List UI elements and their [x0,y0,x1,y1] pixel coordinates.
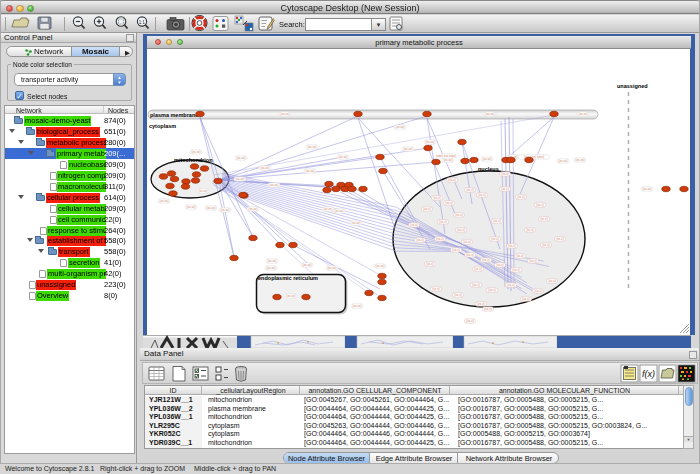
svg-text:unassigned: unassigned [617,83,648,89]
svg-text:(xx-xx): (xx-xx) [270,183,279,187]
svg-text:(xx-x): (xx-x) [426,262,434,266]
svg-text:(xx-x): (xx-x) [466,253,474,257]
svg-text:endoplasmic reticulum: endoplasmic reticulum [258,275,318,281]
svg-text:(xx-x): (xx-x) [512,268,520,272]
svg-text:(xx-xx): (xx-xx) [643,187,652,191]
svg-text:(xx-x): (xx-x) [556,237,564,241]
svg-text:(xx-x): (xx-x) [526,228,534,232]
svg-text:(xx-xx): (xx-xx) [444,158,453,162]
svg-text:(xx-x): (xx-x) [410,223,418,227]
svg-text:(xx-x): (xx-x) [507,283,515,287]
svg-text:(xx-x): (xx-x) [432,287,440,291]
svg-text:(xx-xx): (xx-xx) [306,169,315,173]
svg-text:(xx-x): (xx-x) [455,213,463,217]
svg-text:(xx-x): (xx-x) [466,188,474,192]
svg-text:(xx-xx): (xx-xx) [396,125,405,129]
svg-text:(xx-x): (xx-x) [540,217,548,221]
svg-text:plasma membrane: plasma membrane [150,112,198,118]
svg-text:(xx-xx): (xx-xx) [426,140,435,144]
svg-text:(xx-x): (xx-x) [448,178,456,182]
svg-text:(xx-x): (xx-x) [482,258,490,262]
svg-text:(xx-x): (xx-x) [445,201,453,205]
svg-text:(xx-xx): (xx-xx) [207,206,216,210]
svg-text:(xxxx xxx xxxx): (xxxx xxx xxxx) [436,154,456,158]
svg-text:(xx-xx): (xx-xx) [267,266,276,270]
svg-text:(xx-x): (xx-x) [542,243,550,247]
svg-text:(xx-xx): (xx-xx) [308,145,317,149]
svg-text:(xx-x): (xx-x) [477,302,485,306]
svg-text:f(x): f(x) [642,369,655,379]
svg-text:(xx-x): (xx-x) [478,193,486,197]
svg-text:(xx-xx): (xx-xx) [261,166,270,170]
svg-text:(xx-x): (xx-x) [516,254,524,258]
svg-text:(xx-x): (xx-x) [529,259,537,263]
svg-text:(xx-x): (xx-x) [436,237,444,241]
svg-text:(xx-xx): (xx-xx) [199,189,208,193]
svg-text:(xx-x): (xx-x) [508,244,516,248]
svg-text:(xx-xx): (xx-xx) [324,207,333,211]
svg-text:(xx-x): (xx-x) [501,187,509,191]
svg-text:(xx-x): (xx-x) [433,196,441,200]
svg-text:(xx-xx): (xx-xx) [576,158,585,162]
svg-text:(xx-x): (xx-x) [466,319,474,323]
svg-text:(xx-xx): (xx-xx) [579,112,588,116]
svg-text:(xx-x): (xx-x) [474,267,482,271]
svg-text:(xx-xx): (xx-xx) [287,294,296,298]
svg-text:mitochondrion: mitochondrion [174,157,213,163]
svg-text:(xx-x): (xx-x) [522,297,530,301]
svg-text:(xx-xx): (xx-xx) [486,112,495,116]
svg-text:(xx-xx): (xx-xx) [339,155,348,159]
svg-text:(xx-xx): (xx-xx) [237,156,246,160]
svg-text:(xx-xx): (xx-xx) [281,112,290,116]
svg-text:(xx-xx): (xx-xx) [303,263,312,267]
svg-text:(xx-x): (xx-x) [491,237,499,241]
svg-text:(xx-xx): (xx-xx) [249,207,258,211]
svg-text:(xx-xx): (xx-xx) [335,209,344,213]
svg-text:(xx-x): (xx-x) [463,240,471,244]
svg-text:(xx-x): (xx-x) [423,207,431,211]
svg-text:(xx-xx): (xx-xx) [376,264,385,268]
svg-text:(xx-x): (xx-x) [457,228,465,232]
svg-text:cytoplasm: cytoplasm [149,123,176,129]
svg-text:(xx-x): (xx-x) [488,288,496,292]
svg-text:1:1: 1:1 [139,20,146,25]
svg-text:(xx-x): (xx-x) [472,283,480,287]
svg-text:(xx-x): (xx-x) [454,293,462,297]
svg-text:nucleus: nucleus [478,166,499,172]
svg-text:(xx-xx): (xx-xx) [160,199,169,203]
svg-text:(xx-xx): (xx-xx) [328,266,337,270]
svg-text:(xx-xx): (xx-xx) [404,147,413,151]
svg-text:(xx-xx): (xx-xx) [352,221,361,225]
svg-text:(xx-x): (xx-x) [452,248,460,252]
svg-text:(xx-x): (xx-x) [439,220,447,224]
svg-text:(xx-x): (xx-x) [493,219,501,223]
svg-text:(xx-x): (xx-x) [536,203,544,207]
svg-text:(xx-x): (xx-x) [517,195,525,199]
svg-text:(xx-x): (xx-x) [534,289,542,293]
svg-text:(xx-xx): (xx-xx) [236,177,245,181]
svg-text:(xx-xx): (xx-xx) [353,304,362,308]
svg-text:(xx-xx): (xx-xx) [559,159,568,163]
svg-text:(xx-x): (xx-x) [484,307,492,311]
svg-text:(xx-xx): (xx-xx) [483,157,492,161]
svg-text:(xx-xx): (xx-xx) [221,208,230,212]
svg-text:(xx-x): (xx-x) [416,238,424,242]
svg-text:(xx-xx): (xx-xx) [192,150,201,154]
svg-text:(xx-x): (xx-x) [496,263,504,267]
svg-text:(xx-xx): (xx-xx) [268,259,277,263]
svg-text:(xx-xx): (xx-xx) [187,205,196,209]
svg-text:(xx-x): (xx-x) [501,172,509,176]
svg-text:(xx-x): (xx-x) [548,279,556,283]
